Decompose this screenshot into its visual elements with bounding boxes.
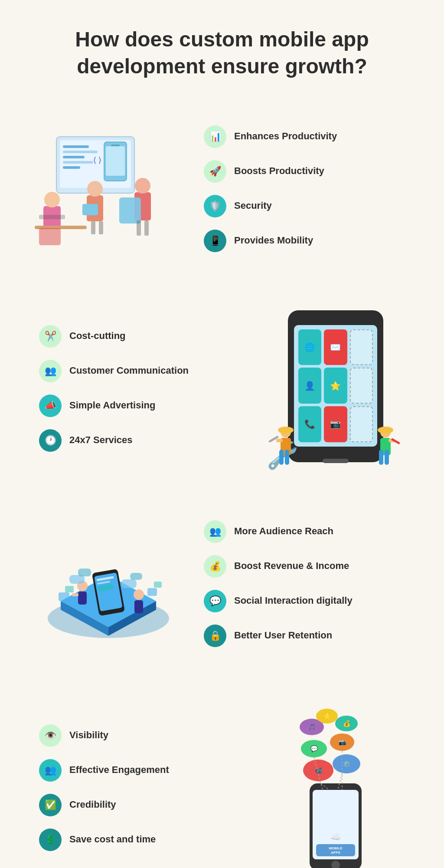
svg-rect-55 xyxy=(65,586,74,592)
svg-text:MOBILE: MOBILE xyxy=(329,846,343,850)
svg-rect-57 xyxy=(154,582,162,588)
section-3-list: 👥 More Audience Reach 💰 Boost Revenue & … xyxy=(191,512,418,656)
svg-rect-54 xyxy=(59,592,69,601)
revenue-icon: 💰 xyxy=(204,555,226,578)
list-item: 👁️ Visibility xyxy=(39,724,240,747)
svg-rect-3 xyxy=(63,151,98,153)
svg-point-18 xyxy=(135,178,150,194)
cost-label: Cost-cutting xyxy=(69,330,126,342)
list-item: 👥 More Audience Reach xyxy=(204,520,405,543)
list-item: 🕐 24x7 Services xyxy=(39,429,240,452)
list-item: 🔒 Better User Retention xyxy=(204,625,405,647)
list-item: ✂️ Cost-cutting xyxy=(39,325,240,348)
list-item: 💬 Social Interaction digitally xyxy=(204,590,405,612)
list-item: 💲 Save cost and time xyxy=(39,829,240,851)
revenue-label: Boost Revenue & Income xyxy=(234,560,349,572)
svg-point-38 xyxy=(378,427,393,434)
section-1-list: 📊 Enhances Productivity 🚀 Boosts Product… xyxy=(191,117,418,261)
list-item: 📊 Enhances Productivity xyxy=(204,125,405,148)
svg-point-12 xyxy=(44,192,60,207)
page-title: How does custom mobile app development e… xyxy=(35,26,409,80)
customer-label: Customer Communication xyxy=(69,365,189,377)
svg-rect-13 xyxy=(39,215,65,219)
list-item: 👥 Effective Engagement xyxy=(39,759,240,782)
enhances-icon: 📊 xyxy=(204,125,226,148)
section-3: 👥 More Audience Reach 💰 Boost Revenue & … xyxy=(0,488,444,679)
svg-rect-36 xyxy=(385,450,389,465)
section-4: MOBILE APPS ☁️ 📹 ⚙️ 💬 📷 xyxy=(0,679,444,868)
svg-rect-59 xyxy=(78,569,91,576)
social-label: Social Interaction digitally xyxy=(234,595,353,607)
mobility-icon: 📱 xyxy=(204,230,226,252)
svg-rect-28 xyxy=(276,439,283,442)
svg-text:⟨ ⟩: ⟨ ⟩ xyxy=(93,156,101,164)
list-item: 📣 Simple Advertising xyxy=(39,395,240,417)
list-item: 🛡️ Security xyxy=(204,195,405,217)
svg-rect-4 xyxy=(63,156,85,158)
svg-text:📷: 📷 xyxy=(339,739,346,746)
svg-rect-60 xyxy=(121,579,137,588)
svg-rect-6 xyxy=(63,166,80,169)
svg-rect-29 xyxy=(285,450,289,465)
svg-rect-51 xyxy=(72,593,78,596)
audience-icon: 👥 xyxy=(204,520,226,543)
mobility-label: Provides Mobility xyxy=(234,234,313,247)
svg-rect-53 xyxy=(134,600,143,613)
boosts-label: Boosts Productivity xyxy=(234,165,324,178)
advertising-label: Simple Advertising xyxy=(69,399,155,412)
section-4-illustration: MOBILE APPS ☁️ 📹 ⚙️ 💬 📷 xyxy=(253,697,418,868)
section-2-illustration: 🌐 ✉️ 👤 ⭐ 📞 📷 🔧 xyxy=(253,306,418,471)
section-1-illustration: ⟨ ⟩ xyxy=(26,128,191,250)
svg-point-31 xyxy=(278,427,294,434)
svg-text:☁️: ☁️ xyxy=(330,832,341,842)
svg-text:🎵: 🎵 xyxy=(308,723,316,731)
page: How does custom mobile app development e… xyxy=(0,0,444,868)
svg-rect-9 xyxy=(111,145,120,146)
svg-rect-23 xyxy=(99,221,103,234)
svg-text:⚙️: ⚙️ xyxy=(343,760,351,768)
section-4-list: 👁️ Visibility 👥 Effective Engagement ✅ C… xyxy=(26,716,253,860)
visibility-label: Visibility xyxy=(69,729,108,742)
svg-rect-56 xyxy=(147,588,157,596)
svg-rect-5 xyxy=(63,161,93,164)
security-icon: 🛡️ xyxy=(204,195,226,217)
section-1: ⟨ ⟩ xyxy=(0,98,444,289)
savecost-icon: 💲 xyxy=(39,829,62,851)
credibility-label: Credibility xyxy=(69,799,116,811)
advertising-icon: 📣 xyxy=(39,395,62,417)
svg-rect-30 xyxy=(279,450,284,465)
list-item: 👥 Customer Communication xyxy=(39,360,240,382)
svg-rect-21 xyxy=(39,228,61,245)
svg-rect-22 xyxy=(91,221,95,234)
svg-text:💬: 💬 xyxy=(310,745,318,753)
list-item: 📱 Provides Mobility xyxy=(204,230,405,252)
section-2-list: ✂️ Cost-cutting 👥 Customer Communication… xyxy=(26,316,253,460)
svg-text:📹: 📹 xyxy=(315,767,323,774)
customer-icon: 👥 xyxy=(39,360,62,382)
svg-rect-8 xyxy=(106,146,125,176)
svg-rect-19 xyxy=(119,197,141,224)
svg-rect-37 xyxy=(379,450,383,465)
svg-rect-24 xyxy=(137,220,141,236)
cost-icon: ✂️ xyxy=(39,325,62,348)
section-3-illustration xyxy=(26,519,191,649)
security-label: Security xyxy=(234,200,272,212)
svg-rect-25 xyxy=(144,220,149,236)
svg-text:APPS: APPS xyxy=(331,851,340,855)
svg-rect-61 xyxy=(130,573,142,580)
social-icon: 💬 xyxy=(204,590,226,612)
retention-label: Better User Retention xyxy=(234,629,332,642)
credibility-icon: ✅ xyxy=(39,794,62,816)
boosts-icon: 🚀 xyxy=(204,160,226,183)
engagement-label: Effective Engagement xyxy=(69,764,169,776)
list-item: 💰 Boost Revenue & Income xyxy=(204,555,405,578)
svg-point-15 xyxy=(87,181,103,197)
services-label: 24x7 Services xyxy=(69,434,133,447)
svg-point-52 xyxy=(134,589,144,600)
svg-text:⭐: ⭐ xyxy=(323,713,331,720)
retention-icon: 🔒 xyxy=(204,625,226,647)
svg-rect-50 xyxy=(78,592,87,605)
header-section: How does custom mobile app development e… xyxy=(0,0,444,98)
savecost-label: Save cost and time xyxy=(69,833,156,846)
svg-rect-2 xyxy=(63,145,89,148)
